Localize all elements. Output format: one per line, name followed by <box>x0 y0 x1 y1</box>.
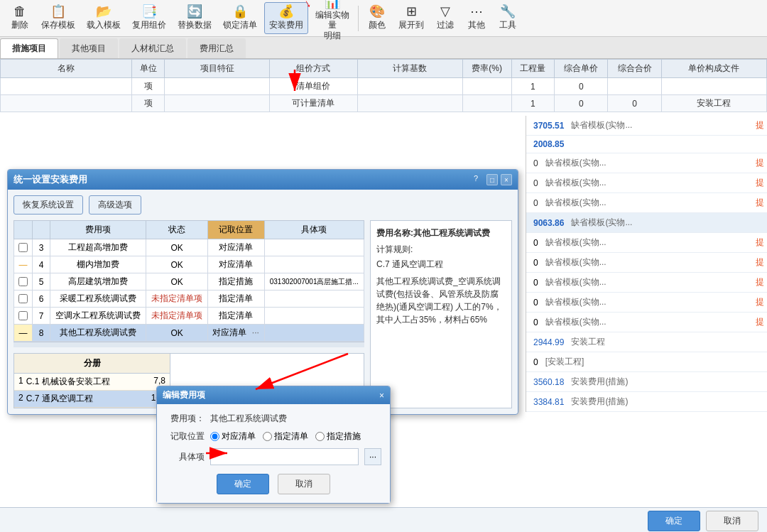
load-template-icon: 📂 <box>96 5 111 18</box>
color-icon: 🎨 <box>369 5 385 18</box>
browse-button[interactable]: ··· <box>364 448 381 465</box>
other-button[interactable]: ⋯ 其他 <box>462 3 491 33</box>
right-panel-row: 3560.18 安装费用(措施) <box>526 372 767 392</box>
bottom-row-2[interactable]: 2 C.7 通风空调工程 1~4 <box>14 391 170 408</box>
expand-button[interactable]: ⊞ 展开到 <box>394 3 428 33</box>
sub-dialog-close-button[interactable]: × <box>379 391 384 401</box>
dialog-left-panel: 费用项 状态 记取位置 具体项 3 工程超高增加费 OK <box>13 220 364 408</box>
close-button[interactable]: × <box>501 174 512 185</box>
position-row: 记取位置 对应清单 指定清单 指定措施 <box>165 430 381 443</box>
save-template-button[interactable]: 📋 保存模板 <box>37 3 80 33</box>
row-num-8: 8 <box>33 325 50 342</box>
detail-expand-icon[interactable]: ··· <box>252 327 259 337</box>
fee-checkbox-5[interactable] <box>18 277 28 286</box>
load-template-button[interactable]: 📂 载入模板 <box>82 3 125 33</box>
right-panel-row: 3705.51 缺省模板(实物... 提 <box>526 116 767 136</box>
fee-item-row: 费用项： 其他工程系统调试费 <box>165 413 381 425</box>
radio-specified-measure[interactable]: 指定措施 <box>315 430 361 443</box>
table-row[interactable]: 项 可计量清单 1 0 0 安装工程 <box>1 95 767 112</box>
confirm-button[interactable]: 确定 <box>217 474 269 494</box>
fee-checkbox-6[interactable] <box>18 294 28 303</box>
tab-labor-material[interactable]: 人材机汇总 <box>119 38 186 58</box>
tab-measures[interactable]: 措施项目 <box>0 38 58 58</box>
fee-row-5[interactable]: 5 高层建筑增加费 OK 指定措施 031302007001高层施工措... <box>14 273 364 291</box>
install-fee-button[interactable]: 💰 安装费用 ↓ <box>264 2 308 34</box>
cell-qty: 1 <box>511 95 555 112</box>
radio-corresponding-input[interactable] <box>210 432 219 441</box>
edit-items-button[interactable]: 📊 编辑实物量明细 <box>311 0 354 43</box>
tab-fee-summary[interactable]: 费用汇总 <box>187 38 246 58</box>
cell-rate <box>462 95 511 112</box>
main-confirm-button[interactable]: 确定 <box>648 511 700 531</box>
col-rate: 费率(%) <box>462 60 511 78</box>
fee-checkbox-7[interactable] <box>18 311 28 320</box>
fee-position-3: 对应清单 <box>207 239 264 256</box>
delete-label: 删除 <box>11 19 28 31</box>
detail-row: 具体项 ··· <box>165 448 381 465</box>
advanced-options-button[interactable]: 高级选项 <box>89 195 141 215</box>
th-status: 状态 <box>146 221 207 239</box>
sub-dialog-titlebar: 编辑费用项 × <box>157 386 390 404</box>
cancel-button[interactable]: 取消 <box>278 474 330 494</box>
cell-name <box>1 78 132 95</box>
separator1 <box>358 6 359 31</box>
fee-row-7[interactable]: 7 空调水工程系统调试费 未指定清单项 指定清单 <box>14 308 364 325</box>
tools-button[interactable]: 🔧 工具 <box>494 3 522 33</box>
fee-detail-6 <box>264 291 364 308</box>
fee-position-5: 指定措施 <box>207 273 264 291</box>
fee-name-5: 高层建筑增加费 <box>50 273 146 291</box>
copy-group-button[interactable]: 📑 复用组价 <box>128 3 170 33</box>
filter-button[interactable]: ▽ 过滤 <box>431 3 459 33</box>
minimize-button[interactable]: □ <box>486 174 498 185</box>
fee-position-4: 对应清单 <box>207 256 264 273</box>
sub-dialog-title: 编辑费用项 <box>163 389 205 401</box>
replace-data-button[interactable]: 🔄 替换数据 <box>173 3 216 33</box>
col-base: 计算基数 <box>357 60 462 78</box>
radio-specified-list[interactable]: 指定清单 <box>263 430 308 443</box>
replace-data-label: 替换数据 <box>178 19 212 31</box>
bottom-row-1[interactable]: 1 C.1 机械设备安装工程 7,8 <box>14 374 170 391</box>
main-dialog-titlebar: 统一设置安装费用 ? □ × <box>8 170 518 190</box>
load-template-label: 载入模板 <box>87 19 121 31</box>
cell-feature <box>164 95 269 112</box>
fee-status-7: 未指定清单项 <box>146 308 207 325</box>
install-fee-icon: 💰 <box>278 5 294 18</box>
other-icon: ⋯ <box>470 5 483 18</box>
th-position: 记取位置 <box>207 221 264 239</box>
fee-row-6[interactable]: 6 采暖工程系统调试费 未指定清单项 指定清单 <box>14 291 364 308</box>
lock-list-button[interactable]: 🔒 锁定清单 <box>219 3 261 33</box>
right-info-title2: 计算规则: <box>376 243 506 256</box>
fee-row-3[interactable]: 3 工程超高增加费 OK 对应清单 <box>14 239 364 256</box>
scroll-bar[interactable] <box>13 342 364 347</box>
radio-specified-measure-input[interactable] <box>315 432 325 441</box>
cell-method: 可计量清单 <box>270 95 358 112</box>
save-template-icon: 📋 <box>50 5 66 18</box>
radio-corresponding[interactable]: 对应清单 <box>210 430 256 443</box>
fee-row-8[interactable]: — 8 其他工程系统调试费 OK 对应清单 ··· <box>14 325 364 342</box>
radio-specified-list-input[interactable] <box>263 432 272 441</box>
th-detail: 具体项 <box>264 221 364 239</box>
row-num-6: 6 <box>33 291 50 308</box>
delete-button[interactable]: 🗑 删除 <box>6 3 34 33</box>
table-row[interactable]: 项 清单组价 1 0 <box>1 78 767 95</box>
restore-system-button[interactable]: 恢复系统设置 <box>13 195 83 215</box>
fee-status-5: OK <box>146 273 207 291</box>
sub-dialog: 编辑费用项 × 费用项： 其他工程系统调试费 记取位置 对应清单 指定清单 <box>156 386 391 504</box>
main-content: 名称 单位 项目特征 组价方式 计算基数 费率(%) 工程量 综合单价 综合合价… <box>0 59 767 532</box>
col-method: 组价方式 <box>270 60 358 78</box>
bottom-section-header: 分册 <box>14 354 170 374</box>
cell-feature <box>164 78 269 95</box>
color-button[interactable]: 🎨 颜色 <box>363 3 391 33</box>
fee-row-4[interactable]: — 4 棚内增加费 OK 对应清单 <box>14 256 364 273</box>
main-cancel-button[interactable]: 取消 <box>706 511 758 531</box>
detail-input[interactable] <box>210 448 359 465</box>
tab-other-items[interactable]: 其他项目 <box>60 38 118 58</box>
main-table: 名称 单位 项目特征 组价方式 计算基数 费率(%) 工程量 综合单价 综合合价… <box>0 59 767 112</box>
help-icon[interactable]: ? <box>474 174 478 185</box>
fee-checkbox-3[interactable] <box>18 243 28 252</box>
main-dialog: 统一设置安装费用 ? □ × 恢复系统设置 高级选项 <box>7 169 518 415</box>
dialog-split: 费用项 状态 记取位置 具体项 3 工程超高增加费 OK <box>13 220 512 408</box>
cell-file <box>661 78 766 95</box>
color-label: 颜色 <box>369 19 386 31</box>
expand-label: 展开到 <box>398 19 424 31</box>
